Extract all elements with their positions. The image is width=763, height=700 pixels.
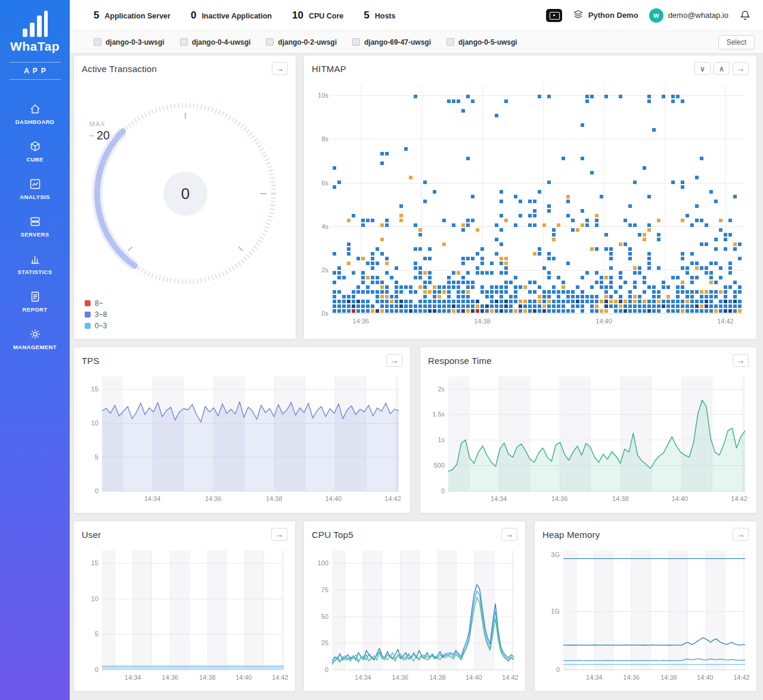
panel-response-time: Response Time → [420, 347, 757, 514]
panel-title: TPS [82, 356, 100, 366]
panel-title: Response Time [428, 356, 492, 366]
agent-checkbox[interactable] [266, 38, 274, 46]
top-right-controls: Python Demo w demo@whatap.io [546, 8, 751, 23]
agent-filter-item[interactable]: django-0-4-uwsgi [180, 38, 251, 46]
panel-hitmap: HITMAP ∨ ∧ → [303, 55, 757, 340]
report-document-icon [29, 291, 41, 303]
arrow-right-icon: → [390, 357, 398, 365]
project-selector[interactable]: Python Demo [573, 9, 638, 21]
open-panel-button[interactable]: → [733, 62, 749, 75]
legend-swatch [85, 323, 91, 329]
agent-label: django-69-47-uwsgi [364, 38, 431, 46]
bar-chart-icon [29, 253, 41, 265]
project-name: Python Demo [588, 11, 638, 20]
agent-filter-item[interactable]: django-0-2-uwsgi [266, 38, 337, 46]
gauge-max-value: 20 [97, 129, 110, 142]
account-menu[interactable]: w demo@whatap.io [649, 8, 728, 23]
arrow-right-icon: → [737, 531, 745, 539]
agent-label: django-0-3-uwsgi [106, 38, 165, 46]
layers-icon [573, 9, 584, 21]
summary-stats: 5 Application Server 0 Inactive Applicat… [94, 10, 395, 21]
sidebar-item-dashboard[interactable]: DASHBOARD [0, 95, 70, 133]
heap-memory-chart[interactable] [542, 546, 750, 683]
cpu-top5-chart[interactable] [311, 546, 519, 683]
stat-inactive-application: 0 Inactive Application [191, 10, 272, 21]
panel-title: Active Transaction [82, 64, 157, 74]
legend-swatch [85, 312, 91, 318]
account-email: demo@whatap.io [668, 11, 728, 20]
servers-icon [29, 216, 41, 228]
hitmap-expand-button[interactable]: ∧ [714, 62, 730, 75]
open-panel-button[interactable]: → [733, 528, 749, 541]
legend-item: 0~3 [85, 322, 107, 330]
chevron-up-icon: ∧ [719, 65, 725, 73]
agent-label: django-0-4-uwsgi [192, 38, 251, 46]
tps-chart[interactable] [80, 372, 404, 504]
select-button[interactable]: Select [718, 35, 755, 49]
gear-icon [29, 328, 41, 340]
agent-checkbox[interactable] [180, 38, 188, 46]
tick-dash [89, 135, 94, 136]
agent-filter-item[interactable]: django-69-47-uwsgi [352, 38, 431, 46]
open-panel-button[interactable]: → [272, 62, 288, 75]
brand-name: WhaTap [0, 39, 70, 54]
sidebar-item-analysis[interactable]: ANALYSIS [0, 170, 70, 208]
arrow-right-icon: → [737, 357, 745, 365]
top-bar: 5 Application Server 0 Inactive Applicat… [70, 0, 763, 31]
panel-title: CPU Top5 [312, 530, 353, 540]
stat-cpu-core: 10 CPU Core [292, 10, 343, 21]
panel-tps: TPS → [73, 347, 411, 514]
open-panel-button[interactable]: → [271, 528, 287, 541]
active-transaction-gauge: 0 MAX 20 8~ 3~8 0~3 [74, 79, 296, 337]
panel-active-transaction: Active Transaction → 0 MAX 20 8~ [73, 55, 296, 340]
sidebar-item-cube[interactable]: CUBE [0, 133, 70, 170]
sidebar-item-report[interactable]: REPORT [0, 283, 70, 321]
arrow-right-icon: → [275, 531, 283, 539]
open-panel-button[interactable]: → [386, 354, 402, 367]
legend-swatch [85, 300, 91, 306]
home-icon [29, 103, 41, 115]
panel-user: User → [73, 521, 296, 692]
agent-checkbox[interactable] [446, 38, 454, 46]
agent-checkbox[interactable] [94, 38, 101, 46]
chevron-down-icon: ∨ [700, 65, 706, 73]
legend-item: 3~8 [85, 310, 107, 319]
gauge-max-label: MAX [89, 120, 110, 127]
whatap-logo: WhaTap [0, 0, 70, 54]
stat-hosts: 5 Hosts [364, 10, 395, 21]
sidebar-nav: DASHBOARD CUBE ANALYSIS SERVERS STATISTI… [0, 95, 70, 358]
stat-application-server: 5 Application Server [94, 10, 170, 21]
open-panel-button[interactable]: → [733, 354, 749, 367]
sidebar: WhaTap APP DASHBOARD CUBE ANALYSIS SERVE… [0, 0, 70, 700]
agent-filter-item[interactable]: django-0-3-uwsgi [94, 38, 165, 46]
open-panel-button[interactable]: → [501, 528, 517, 541]
response-time-chart[interactable] [427, 372, 750, 504]
hitmap-chart[interactable] [311, 80, 750, 326]
arrow-right-icon: → [276, 65, 284, 73]
panel-cpu-top5: CPU Top5 → [303, 521, 526, 692]
panel-title: HITMAP [312, 64, 346, 74]
agent-filter-bar: django-0-3-uwsgi django-0-4-uwsgi django… [70, 31, 763, 54]
agent-label: django-0-5-uwsgi [458, 38, 517, 46]
legend-item: 8~ [85, 299, 107, 307]
gauge-legend: 8~ 3~8 0~3 [85, 296, 107, 330]
analysis-chart-icon [29, 178, 41, 190]
sidebar-item-statistics[interactable]: STATISTICS [0, 245, 70, 283]
capture-icon[interactable] [546, 9, 562, 22]
avatar: w [649, 8, 663, 23]
user-chart[interactable] [80, 546, 289, 683]
panel-title: User [82, 530, 101, 540]
hitmap-collapse-button[interactable]: ∨ [694, 62, 711, 75]
whatap-logo-icon [0, 10, 70, 37]
sidebar-item-servers[interactable]: SERVERS [0, 208, 70, 245]
cube-icon [29, 141, 41, 153]
arrow-right-icon: → [505, 531, 513, 539]
panel-heap-memory: Heap Memory → [534, 521, 757, 692]
sidebar-item-management[interactable]: MANAGEMENT [0, 321, 70, 358]
agent-label: django-0-2-uwsgi [278, 38, 337, 46]
agent-checkbox[interactable] [352, 38, 360, 46]
agent-filter-item[interactable]: django-0-5-uwsgi [446, 38, 517, 46]
bell-icon[interactable] [739, 10, 751, 21]
active-transaction-value: 0 [181, 185, 190, 203]
gauge-max: MAX 20 [89, 120, 110, 142]
